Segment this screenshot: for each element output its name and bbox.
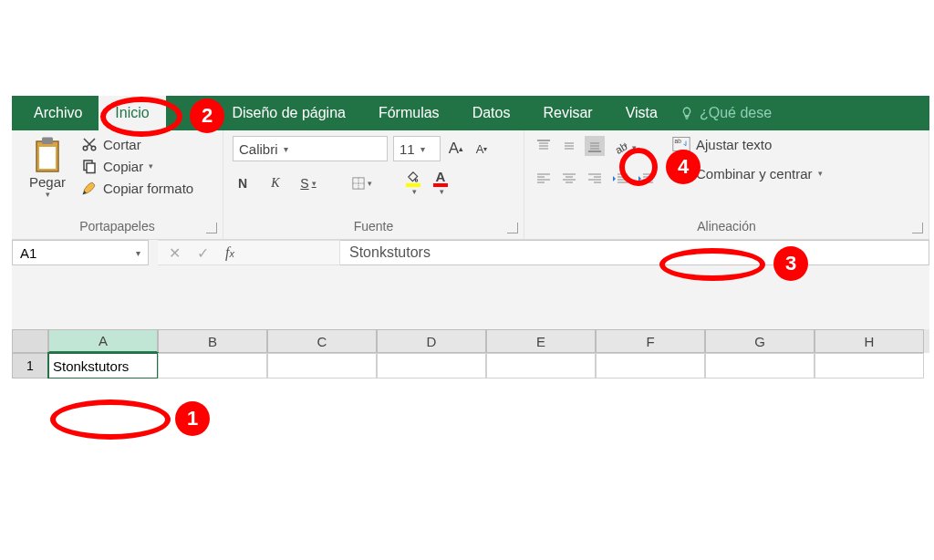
align-right-button[interactable] <box>585 169 605 189</box>
align-middle-icon <box>562 140 576 152</box>
align-left-icon <box>536 172 551 185</box>
scissors-icon <box>81 136 98 152</box>
paste-button[interactable]: Pegar ▾ <box>21 136 74 199</box>
col-header-c[interactable]: C <box>267 329 377 353</box>
wrap-text-button[interactable]: ab Ajustar texto <box>672 136 823 152</box>
group-alineacion: ab ab Ajustar texto <box>524 130 929 239</box>
dialog-launcher-clipboard[interactable] <box>206 223 217 233</box>
cut-label: Cortar <box>103 137 141 152</box>
svg-text:ab: ab <box>675 138 682 144</box>
tell-me[interactable]: ¿Qué dese <box>680 105 772 121</box>
enter-formula-icon[interactable]: ✓ <box>197 244 209 262</box>
merge-label: Combinar y centrar <box>696 166 813 181</box>
increase-font-icon[interactable]: A▴ <box>446 139 466 159</box>
group-fuente: Calibri▾ 11▾ A▴ A▾ N K S <box>223 130 524 239</box>
borders-button[interactable] <box>352 173 372 193</box>
align-right-icon <box>587 172 602 185</box>
name-box[interactable]: A1▾ <box>12 240 149 265</box>
annotation-badge-1: 1 <box>175 401 210 436</box>
tab-revisar[interactable]: Revisar <box>526 96 608 130</box>
col-header-b[interactable]: B <box>158 329 267 353</box>
formula-value: Stonkstutors <box>349 244 431 261</box>
formula-input[interactable]: Stonkstutors <box>340 240 929 265</box>
ribbon: Pegar ▾ Cortar Copiar ▾ Copiar <box>12 130 929 240</box>
font-size-value: 11 <box>400 141 415 157</box>
cut-button[interactable]: Cortar <box>81 136 193 152</box>
col-header-d[interactable]: D <box>377 329 486 353</box>
underline-button[interactable]: S <box>298 173 318 193</box>
dialog-launcher-font[interactable] <box>507 223 518 233</box>
align-bottom-button[interactable] <box>585 136 605 156</box>
fx-icon[interactable]: fx <box>225 244 234 261</box>
align-top-button[interactable] <box>534 136 554 156</box>
format-painter-label: Copiar formato <box>103 181 193 196</box>
tab-archivo[interactable]: Archivo <box>17 96 99 130</box>
cell-g1[interactable] <box>705 353 815 379</box>
paintbrush-icon <box>81 180 98 196</box>
annotation-badge-2: 2 <box>190 99 224 133</box>
decrease-font-icon[interactable]: A▾ <box>472 139 492 159</box>
col-header-g[interactable]: G <box>705 329 815 353</box>
col-header-a[interactable]: A <box>48 329 158 353</box>
col-header-h[interactable]: H <box>815 329 924 353</box>
cell-d1[interactable] <box>377 353 486 379</box>
formula-controls: ✕ ✓ fx <box>158 240 340 265</box>
annotation-oval-2 <box>100 97 182 137</box>
col-header-e[interactable]: E <box>486 329 596 353</box>
align-center-button[interactable] <box>559 169 579 189</box>
tab-datos[interactable]: Datos <box>456 96 527 130</box>
row-1: 1 Stonkstutors <box>12 353 929 379</box>
cell-c1[interactable] <box>267 353 377 379</box>
cell-f1[interactable] <box>596 353 705 379</box>
font-name-value: Calibri <box>239 141 278 157</box>
column-headers: A B C D E F G H <box>12 329 929 353</box>
annotation-badge-4: 4 <box>666 150 700 184</box>
align-center-icon <box>562 172 576 185</box>
font-name-combo[interactable]: Calibri▾ <box>233 136 388 161</box>
annotation-oval-4 <box>619 148 658 186</box>
tab-vista[interactable]: Vista <box>609 96 674 130</box>
clipboard-icon <box>31 136 64 174</box>
bucket-icon <box>406 171 420 183</box>
row-header-1[interactable]: 1 <box>12 353 48 379</box>
paste-label: Pegar <box>29 174 66 190</box>
svg-rect-2 <box>39 147 56 169</box>
align-middle-button[interactable] <box>559 136 579 156</box>
annotation-oval-3 <box>659 248 765 281</box>
font-color-button[interactable]: A <box>433 171 448 196</box>
fill-color-button[interactable] <box>406 171 420 196</box>
tab-diseno[interactable]: Diseño de página <box>215 96 362 130</box>
copy-icon <box>81 158 98 174</box>
annotation-badge-3: 3 <box>773 246 808 281</box>
bold-button[interactable]: N <box>233 173 253 193</box>
copy-button[interactable]: Copiar ▾ <box>81 158 193 174</box>
cancel-formula-icon[interactable]: ✕ <box>169 244 181 262</box>
copy-label: Copiar <box>103 159 143 174</box>
wrap-text-label: Ajustar texto <box>696 137 772 152</box>
font-size-combo[interactable]: 11▾ <box>393 136 441 161</box>
font-color-a: A <box>436 171 446 183</box>
svg-rect-6 <box>87 163 95 173</box>
cell-e1[interactable] <box>486 353 596 379</box>
select-all-corner[interactable] <box>12 329 48 353</box>
format-painter-button[interactable]: Copiar formato <box>81 180 193 196</box>
worksheet: A B C D E F G H 1 Stonkstutors <box>12 329 929 415</box>
group-label-fuente: Fuente <box>233 219 514 233</box>
italic-button[interactable]: K <box>265 173 285 193</box>
group-label-portapapeles: Portapapeles <box>21 219 213 233</box>
svg-rect-1 <box>42 138 53 145</box>
col-header-f[interactable]: F <box>596 329 705 353</box>
align-top-icon <box>536 140 551 152</box>
cell-a1[interactable]: Stonkstutors <box>48 353 158 379</box>
cell-b1[interactable] <box>158 353 267 379</box>
group-label-alineacion: Alineación <box>534 219 919 233</box>
tab-formulas[interactable]: Fórmulas <box>362 96 456 130</box>
border-icon <box>352 176 365 191</box>
align-left-button[interactable] <box>534 169 554 189</box>
tell-me-label: ¿Qué dese <box>700 105 772 121</box>
lightbulb-icon <box>680 106 694 120</box>
cell-h1[interactable] <box>815 353 924 379</box>
annotation-oval-1 <box>50 399 171 440</box>
dialog-launcher-alignment[interactable] <box>912 223 923 233</box>
group-portapapeles: Pegar ▾ Cortar Copiar ▾ Copiar <box>12 130 223 239</box>
